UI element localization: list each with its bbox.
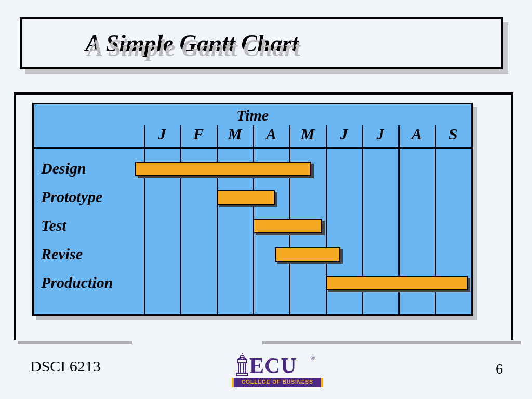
gantt-box: Time JFMAMJJAS DesignPrototypeTestRevise… [32,103,473,316]
header-underline [34,147,471,149]
ecu-logo: ECU ® COLLEGE OF BUSINESS [224,352,322,388]
task-label: Design [41,159,86,177]
gantt-bar [217,190,275,205]
tasks-area: DesignPrototypeTestReviseProduction [34,149,471,314]
month-label: F [180,125,217,143]
month-label: A [253,125,289,143]
task-label: Revise [41,245,83,263]
panel-shadow [262,341,521,344]
gantt-bar [135,162,312,176]
gantt-bar [253,219,322,233]
task-row: Design [34,156,471,185]
task-label: Prototype [41,188,102,206]
month-label: J [144,125,180,143]
task-row: Test [34,214,471,242]
title-text-shadow: A Simple Gantt Chart [87,34,300,62]
task-row: Prototype [34,185,471,214]
gantt-chart: Time JFMAMJJAS DesignPrototypeTestRevise… [32,103,500,326]
title-box: A Simple Gantt Chart A Simple Gantt Char… [20,17,509,74]
task-row: Production [34,271,471,299]
month-label: M [289,125,326,143]
month-label: A [398,125,435,143]
logo-registered: ® [311,355,315,361]
svg-rect-6 [236,373,248,376]
svg-rect-1 [237,360,247,363]
task-label: Production [41,274,113,291]
month-label: J [362,125,398,143]
gantt-bar [275,247,340,262]
task-label: Test [41,217,66,234]
panel-shadow [18,341,132,344]
slide-number: 6 [496,361,503,377]
axis-title: Time [34,107,471,124]
task-row: Revise [34,242,471,271]
month-label: S [435,125,471,143]
course-code: DSCI 6213 [30,357,101,375]
title-frame: A Simple Gantt Chart A Simple Gantt Char… [20,17,503,69]
months-row: JFMAMJJAS [34,125,471,148]
logo-text: ECU [249,353,297,378]
gantt-bar [326,276,468,290]
footer: DSCI 6213 6 ECU ® COLLEGE OF BUSINESS [0,352,532,394]
month-label: M [217,125,253,143]
logo-band: COLLEGE OF BUSINESS [232,378,323,387]
cupola-icon [235,353,249,376]
month-label: J [326,125,362,143]
